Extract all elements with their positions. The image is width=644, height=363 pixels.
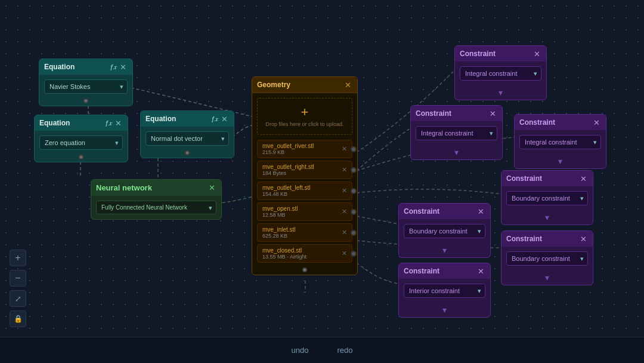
canvas-area[interactable]: Equation ƒ𝑥 ✕ Navier Stokes Equation ƒ𝑥 …: [0, 0, 644, 363]
zoom-out-button[interactable]: −: [10, 270, 26, 287]
geo-file-3-info: mve_outlet_left.stl 154.48 KB: [262, 184, 311, 197]
equation-node-2-select[interactable]: Zero equation: [39, 136, 123, 150]
constraint-node-2-select[interactable]: Integral constraint: [416, 126, 497, 140]
constraint-node-2-body: Integral constraint: [411, 121, 502, 145]
constraint-node-4-header: Constraint ✕: [501, 171, 593, 186]
constraint-node-5-body: Boundary constraint: [399, 219, 490, 243]
equation-node-1-select-wrapper: Navier Stokes: [44, 79, 128, 94]
equation-node-3-close[interactable]: ✕: [220, 115, 229, 123]
fx-icon-3: ƒ𝑥: [211, 115, 218, 123]
bottom-connector-dot: [83, 99, 88, 103]
geo-file-2: mve_outlet_right.stl 184 Bytes ✕: [257, 161, 352, 179]
neural-network-label: Neural network: [96, 183, 152, 192]
equation-node-1-body: Navier Stokes: [39, 75, 132, 99]
geometry-label: Geometry: [257, 81, 290, 89]
constraint-node-3-select[interactable]: Integral constraint: [519, 135, 601, 149]
geometry-connector-bottom: [302, 267, 307, 272]
equation-node-3-header: Equation ƒ𝑥 ✕: [141, 111, 234, 127]
constraint-node-2-chevron: ▾: [454, 147, 459, 157]
equation-node-1-header: Equation ƒ𝑥 ✕: [39, 59, 132, 75]
constraint-node-4-select[interactable]: Boundary constraint: [506, 191, 588, 205]
geo-file-4-info: mve_open.stl 12.58 MB: [262, 205, 298, 218]
neural-network-close[interactable]: ✕: [208, 184, 216, 192]
constraint-node-6-select[interactable]: Boundary constraint: [506, 251, 588, 266]
neural-network-body: Fully Connected Neural Network: [91, 196, 221, 219]
geo-file-6-info: mve_closed.stl 13.55 MB - Airtight: [262, 247, 306, 260]
geo-file-2-size: 184 Bytes: [262, 170, 314, 176]
equation-node-3-select[interactable]: Normal dot vector: [145, 131, 229, 146]
geo-file-2-info: mve_outlet_right.stl 184 Bytes: [262, 164, 314, 176]
constraint-node-1-extra: ▾: [455, 85, 546, 100]
equation-node-3-icons: ƒ𝑥 ✕: [211, 115, 229, 123]
zoom-in-button[interactable]: +: [10, 250, 26, 266]
geo-file-2-name: mve_outlet_right.stl: [262, 164, 314, 170]
bottom-connector-dot-3: [185, 150, 190, 155]
equation-node-1-close[interactable]: ✕: [119, 63, 128, 71]
constraint-node-6-close[interactable]: ✕: [579, 235, 588, 243]
constraint-node-1-select[interactable]: Integral constraint: [460, 66, 541, 81]
equation-node-3: Equation ƒ𝑥 ✕ Normal dot vector: [140, 110, 234, 158]
constraint-node-7: Constraint ✕ Interior constraint ▾: [398, 263, 491, 318]
constraint-node-4-close[interactable]: ✕: [579, 175, 588, 183]
constraint-node-1: Constraint ✕ Integral constraint ▾: [454, 45, 547, 100]
constraint-node-3-header: Constraint ✕: [515, 115, 606, 130]
lock-button[interactable]: 🔒: [10, 310, 26, 327]
equation-node-2-close[interactable]: ✕: [114, 119, 123, 127]
constraint-node-1-select-wrapper: Integral constraint: [460, 66, 541, 81]
constraint-node-1-close[interactable]: ✕: [532, 50, 541, 58]
equation-node-2-label: Equation: [39, 119, 70, 127]
fx-icon: ƒ𝑥: [110, 63, 116, 71]
geo-file-1-size: 215.9 KB: [262, 149, 314, 155]
constraint-node-2-close[interactable]: ✕: [488, 110, 497, 118]
geo-file-4-size: 12.58 MB: [262, 212, 298, 218]
geometry-upload-area[interactable]: + Drop files here or click to upload.: [257, 98, 352, 135]
geo-file-3-remove[interactable]: ✕: [342, 187, 347, 195]
geo-file-6: mve_closed.stl 13.55 MB - Airtight ✕: [257, 244, 352, 263]
geo-file-6-connector: [351, 251, 357, 257]
constraint-node-7-close[interactable]: ✕: [476, 267, 485, 275]
constraint-node-5-select[interactable]: Boundary constraint: [404, 224, 485, 238]
constraint-node-2-label: Constraint: [416, 109, 451, 118]
constraint-node-2-extra: ▾: [411, 145, 502, 159]
constraint-node-5-extra: ▾: [399, 243, 490, 257]
geo-file-2-remove[interactable]: ✕: [342, 166, 347, 174]
equation-node-1-bottom-dot: [39, 99, 132, 106]
geo-file-1-remove[interactable]: ✕: [342, 145, 347, 153]
constraint-node-3-extra: ▾: [515, 154, 606, 168]
constraint-node-6-select-wrapper: Boundary constraint: [506, 251, 588, 266]
geo-file-4-remove[interactable]: ✕: [342, 208, 347, 216]
geo-file-4: mve_open.stl 12.58 MB ✕: [257, 202, 352, 221]
neural-network-select[interactable]: Fully Connected Neural Network: [96, 201, 216, 214]
undo-button[interactable]: undo: [287, 343, 314, 357]
neural-network-select-wrapper: Fully Connected Neural Network: [96, 201, 216, 214]
geo-file-6-name: mve_closed.stl: [262, 247, 306, 254]
constraint-node-7-select[interactable]: Interior constraint: [404, 284, 485, 298]
geo-file-6-remove[interactable]: ✕: [342, 250, 347, 257]
geo-file-5-info: mve_inlet.stl 625.28 KB: [262, 226, 296, 239]
constraint-node-6: Constraint ✕ Boundary constraint ▾: [501, 230, 593, 285]
geometry-header: Geometry ✕: [252, 77, 357, 93]
equation-node-2-body: Zero equation: [35, 131, 128, 155]
constraint-node-7-chevron: ▾: [442, 305, 447, 315]
bottom-connector-dot-2: [79, 155, 83, 159]
geo-file-3: mve_outlet_left.stl 154.48 KB ✕: [257, 182, 352, 200]
constraint-node-3-close[interactable]: ✕: [592, 119, 601, 127]
constraint-node-6-label: Constraint: [506, 235, 542, 243]
constraint-node-5: Constraint ✕ Boundary constraint ▾: [398, 203, 491, 258]
fit-button[interactable]: ⤢: [10, 290, 26, 307]
constraint-node-3-label: Constraint: [519, 118, 555, 127]
equation-node-3-body: Normal dot vector: [141, 127, 234, 150]
equation-node-2: Equation ƒ𝑥 ✕ Zero equation: [34, 115, 128, 162]
left-controls: + − ⤢ 🔒: [10, 250, 26, 327]
equation-node-2-bottom-dot: [35, 155, 128, 162]
constraint-node-4-chevron: ▾: [545, 213, 549, 222]
constraint-node-5-close[interactable]: ✕: [476, 208, 485, 216]
geometry-close[interactable]: ✕: [343, 81, 352, 89]
geo-file-5-name: mve_inlet.stl: [262, 226, 296, 233]
equation-node-1-select[interactable]: Navier Stokes: [44, 79, 128, 94]
geo-file-5-remove[interactable]: ✕: [342, 229, 347, 236]
geometry-files-list: mve_outlet_river.stl 215.9 KB ✕ mve_outl…: [252, 140, 357, 267]
constraint-node-3-body: Integral constraint: [515, 130, 606, 154]
redo-button[interactable]: redo: [332, 343, 357, 357]
constraint-node-5-chevron: ▾: [442, 245, 447, 255]
